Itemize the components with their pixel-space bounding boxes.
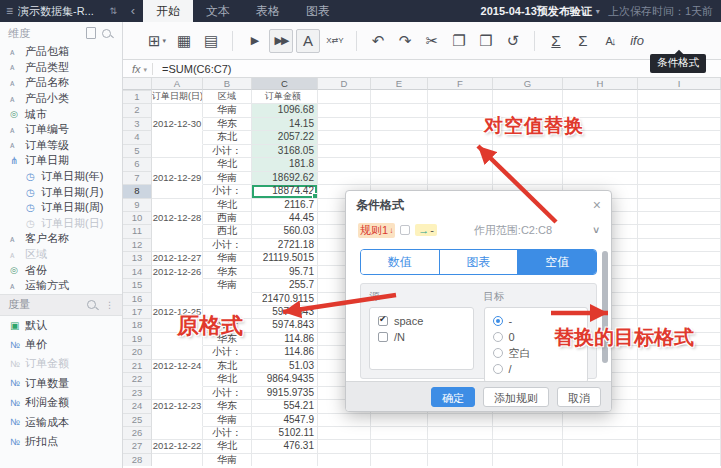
fx-icon[interactable]: fx [132,63,141,75]
cell-empty[interactable] [493,453,563,466]
cell-region[interactable]: 华东 [203,399,252,412]
cell-amount[interactable]: 5102.11 [252,426,318,439]
cell-empty[interactable] [638,198,721,211]
row-header[interactable]: 5 [123,144,152,157]
cell-amount[interactable]: 114.86 [252,332,318,345]
cell-empty[interactable] [428,426,493,439]
cell-region[interactable]: 华南 [203,453,252,466]
ribbon-tab-表格[interactable]: 表格 [243,0,293,22]
column-header-H[interactable]: H [563,78,638,90]
cell-empty[interactable] [563,144,638,157]
dimension-item[interactable]: ᴀ产品名称 [0,75,122,91]
back-chevron-icon[interactable]: ‹ [123,0,143,22]
cell-region[interactable]: 华南 [203,278,252,291]
dimension-item[interactable]: ◎省份 [0,262,122,278]
dimension-item[interactable]: ᴀ区域 [0,247,122,263]
row-header[interactable]: 25 [123,413,152,426]
cell-empty[interactable] [638,157,721,170]
cell-empty[interactable] [428,171,493,184]
cell-empty[interactable] [318,90,371,103]
cell-empty[interactable] [638,103,721,116]
close-icon[interactable]: × [593,198,601,212]
sum-icon[interactable]: Σ [571,29,595,53]
cell-empty[interactable] [638,426,721,439]
cell-empty[interactable] [371,90,428,103]
dimension-item[interactable]: ◷订单日期(日) [0,216,122,232]
cell-empty[interactable] [563,171,638,184]
cell-empty[interactable] [318,130,371,143]
fx-caret-icon[interactable]: ▾ [144,66,148,74]
cell-amount[interactable]: 18874.42 [252,184,318,197]
cell-empty[interactable] [563,426,638,439]
cell-region[interactable]: 小计： [203,144,252,157]
paste-icon[interactable]: ❒ [474,29,498,53]
document-icon[interactable] [86,27,96,39]
cell-empty[interactable] [563,157,638,170]
cell-empty[interactable] [371,144,428,157]
version-label[interactable]: 2015-04-13预发布验证 [481,4,592,19]
cell-region[interactable]: 华北 [203,157,252,170]
cell-empty[interactable] [638,265,721,278]
row-header[interactable]: 22 [123,372,152,385]
checkbox-icon[interactable] [378,332,388,342]
cell-date[interactable]: 2012-12-24 [152,359,203,372]
cell-amount[interactable]: 14.15 [252,117,318,130]
cell-empty[interactable] [563,413,638,426]
cell-amount[interactable]: 476.31 [252,439,318,452]
cell-empty[interactable] [638,399,721,412]
ok-button[interactable]: 确定 [431,387,475,407]
cell-amount[interactable]: 114.86 [252,345,318,358]
cell-empty[interactable] [428,439,493,452]
cell-date[interactable]: 2012-12-22 [152,439,203,452]
cell-empty[interactable] [638,224,721,237]
cell-empty[interactable] [563,439,638,452]
cell-date[interactable] [152,386,203,399]
cell-region[interactable]: 华东 [203,117,252,130]
grid-corner[interactable] [123,78,152,90]
dimension-item[interactable]: ᴀ产品包箱 [0,44,122,60]
cell-empty[interactable] [638,453,721,466]
dimension-item[interactable]: ᴀ客户名称 [0,231,122,247]
cell-empty[interactable] [318,157,371,170]
cell-date[interactable]: 2012-12-28 [152,211,203,224]
column-header-E[interactable]: E [371,78,428,90]
cell-empty[interactable] [638,184,721,197]
row-header[interactable]: 2 [123,103,152,116]
cell-empty[interactable] [493,157,563,170]
cell-date[interactable]: 2012-12-29 [152,171,203,184]
cell-amount[interactable]: 9915.9735 [252,386,318,399]
cell-region[interactable]: 区域 [203,90,252,103]
row-header[interactable]: 4 [123,130,152,143]
cell-date[interactable] [152,144,203,157]
cell-region[interactable]: 华南 [203,171,252,184]
row-header[interactable]: 20 [123,345,152,358]
cell-empty[interactable] [428,90,493,103]
ribbon-tab-图表[interactable]: 图表 [293,0,343,22]
row-header[interactable]: 28 [123,453,152,466]
function-icon[interactable]: ifo [625,29,649,53]
add-rule-button[interactable]: 添加规则 [483,387,549,407]
cell-empty[interactable] [318,144,371,157]
cell-amount[interactable]: 3168.05 [252,144,318,157]
chevron-down-icon[interactable]: ˅ [593,225,599,236]
search-icon[interactable] [87,300,96,309]
cell-empty[interactable] [318,117,371,130]
dimension-item[interactable]: ⋔订单日期 [0,153,122,169]
cell-date[interactable]: 2012-12-30 [152,117,203,130]
cell-empty[interactable] [493,426,563,439]
column-header-C[interactable]: C [252,78,318,90]
cancel-button[interactable]: 取消 [557,387,601,407]
dimension-item[interactable]: ᴀ运输方式 [0,278,122,294]
cell-region[interactable]: 华北 [203,372,252,385]
row-header[interactable]: 23 [123,386,152,399]
cell-date[interactable] [152,130,203,143]
row-header[interactable]: 24 [123,399,152,412]
cell-amount[interactable]: 554.21 [252,399,318,412]
cell-region[interactable] [203,292,252,305]
row-header[interactable]: 3 [123,117,152,130]
row-header[interactable]: 1 [123,90,152,103]
radio-icon[interactable] [493,332,503,342]
dimension-item[interactable]: ᴀ订单编号 [0,122,122,138]
cell-empty[interactable] [371,117,428,130]
cell-date[interactable] [152,292,203,305]
